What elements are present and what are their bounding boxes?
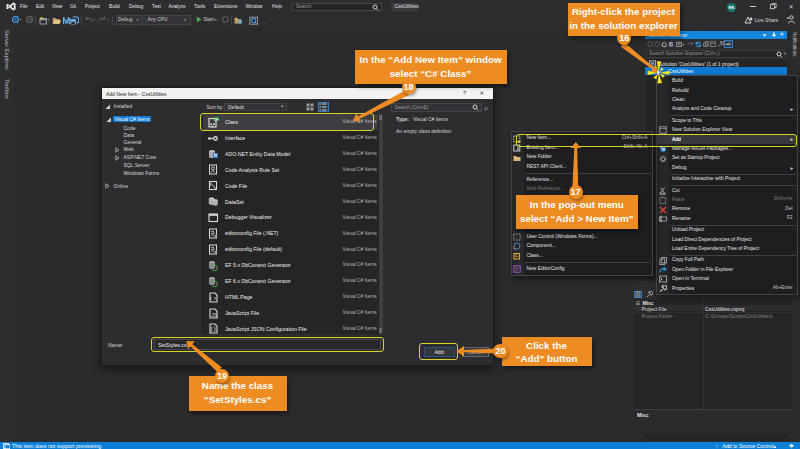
- svg-text:JS: JS: [211, 311, 218, 317]
